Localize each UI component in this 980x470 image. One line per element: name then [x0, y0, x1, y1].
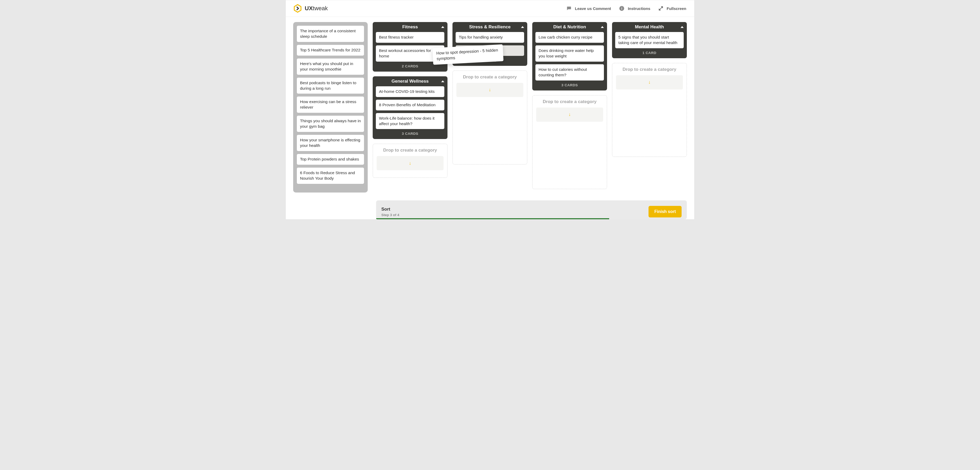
- leave-comment-button[interactable]: Leave us Comment: [566, 6, 611, 11]
- create-category-dropzone[interactable]: Drop to create a category↓: [612, 63, 687, 157]
- dropzone-label: Drop to create a category: [457, 75, 523, 80]
- card[interactable]: Best fitness tracker: [376, 32, 444, 43]
- card-label: How to spot depression - 5 hidden sympto…: [436, 48, 498, 61]
- category-count: 3 CARDS: [532, 81, 607, 91]
- card[interactable]: Work-Life balance: how does it affect yo…: [376, 113, 444, 129]
- arrow-down-icon: ↓: [409, 160, 411, 166]
- arrow-down-icon: ↓: [489, 87, 491, 92]
- collapse-icon[interactable]: [441, 80, 444, 82]
- card[interactable]: 8 Proven Benefits of Meditation: [376, 100, 444, 110]
- category-title: Stress & Resilience: [469, 24, 511, 30]
- footer-step: Step 3 of 4: [381, 213, 399, 217]
- card[interactable]: How your smartphone is effecting your he…: [297, 135, 364, 151]
- brand-name: UXtweak: [305, 5, 328, 12]
- svg-marker-0: [294, 5, 301, 12]
- fullscreen-label: Fullscreen: [667, 6, 686, 11]
- instructions-label: Instructions: [628, 6, 651, 11]
- create-category-dropzone[interactable]: Drop to create a category↓: [452, 71, 527, 164]
- instructions-button[interactable]: Instructions: [619, 5, 651, 11]
- category-header[interactable]: Fitness: [373, 22, 447, 32]
- dropzone-body[interactable]: ↓: [536, 108, 603, 122]
- board-column: Diet & NutritionLow carb chicken curry r…: [532, 22, 607, 189]
- category-title: General Wellness: [391, 79, 429, 84]
- collapse-icon[interactable]: [601, 26, 604, 28]
- arrow-down-icon: ↓: [568, 112, 571, 117]
- create-category-dropzone[interactable]: Drop to create a category↓: [532, 95, 607, 189]
- category-header[interactable]: Stress & Resilience: [452, 22, 527, 32]
- svg-rect-3: [622, 7, 622, 8]
- card[interactable]: Best podcasts to binge listen to during …: [297, 78, 364, 94]
- create-category-dropzone[interactable]: Drop to create a category↓: [373, 144, 447, 178]
- collapse-icon[interactable]: [521, 26, 524, 28]
- board-column: Stress & ResilienceTips for handling anx…: [452, 22, 527, 164]
- info-icon: [619, 5, 625, 11]
- card[interactable]: Top Protein powders and shakes: [297, 154, 364, 165]
- card[interactable]: 6 Foods to Reduce Stress and Nourish You…: [297, 168, 364, 184]
- category-count: 3 CARDS: [373, 129, 447, 139]
- unsorted-pool[interactable]: The importance of a consistent sleep sch…: [293, 22, 368, 192]
- card[interactable]: How to cut calories without counting the…: [535, 64, 604, 81]
- collapse-icon[interactable]: [681, 26, 684, 28]
- card[interactable]: The importance of a consistent sleep sch…: [297, 26, 364, 42]
- collapse-icon[interactable]: [441, 26, 444, 28]
- finish-sort-button[interactable]: Finish sort: [649, 206, 682, 218]
- category[interactable]: Mental Health5 signs that you should sta…: [612, 22, 687, 58]
- footer-bar: Sort Step 3 of 4 Finish sort: [376, 200, 687, 219]
- category-body[interactable]: At-home COVID-19 testing kits8 Proven Be…: [373, 86, 447, 129]
- category[interactable]: General WellnessAt-home COVID-19 testing…: [373, 76, 447, 139]
- card[interactable]: Here's what you should put in your morni…: [297, 59, 364, 75]
- card[interactable]: How exercising can be a stress reliever: [297, 97, 364, 113]
- arrow-down-icon: ↓: [648, 79, 651, 85]
- leave-comment-label: Leave us Comment: [575, 6, 611, 11]
- fullscreen-icon: [658, 6, 663, 11]
- category-count: 1 CARD: [612, 48, 687, 58]
- progress-bar: [376, 218, 609, 219]
- board-column: FitnessBest fitness trackerBest workout …: [373, 22, 447, 178]
- card[interactable]: At-home COVID-19 testing kits: [376, 86, 444, 97]
- svg-rect-2: [622, 8, 622, 10]
- card[interactable]: Does drinking more water help you lose w…: [535, 45, 604, 62]
- category[interactable]: Diet & NutritionLow carb chicken curry r…: [532, 22, 607, 91]
- fullscreen-button[interactable]: Fullscreen: [658, 6, 686, 11]
- brand[interactable]: UXtweak: [293, 4, 328, 13]
- dropzone-label: Drop to create a category: [616, 67, 683, 72]
- category-title: Mental Health: [635, 24, 664, 30]
- category-title: Diet & Nutrition: [553, 24, 586, 30]
- card[interactable]: Top 5 Healthcare Trends for 2022: [297, 45, 364, 56]
- category-header[interactable]: Mental Health: [612, 22, 687, 32]
- dropzone-body[interactable]: ↓: [616, 75, 683, 89]
- dropzone-body[interactable]: ↓: [377, 156, 444, 170]
- comment-icon: [566, 6, 572, 11]
- brand-logo-icon: [293, 4, 302, 13]
- category-body[interactable]: Low carb chicken curry recipeDoes drinki…: [532, 32, 607, 81]
- category-header[interactable]: General Wellness: [373, 76, 447, 86]
- dropzone-label: Drop to create a category: [377, 148, 444, 153]
- category-header[interactable]: Diet & Nutrition: [532, 22, 607, 32]
- card[interactable]: Low carb chicken curry recipe: [535, 32, 604, 43]
- card[interactable]: Tips for handling anxiety: [456, 32, 524, 43]
- dropzone-body[interactable]: ↓: [457, 83, 523, 97]
- card[interactable]: Things you should always have in your gy…: [297, 116, 364, 132]
- footer-title: Sort: [381, 207, 399, 212]
- dropzone-label: Drop to create a category: [536, 99, 603, 105]
- board-column: Mental Health5 signs that you should sta…: [612, 22, 687, 157]
- card[interactable]: 5 signs that you should start taking car…: [615, 32, 684, 48]
- category-title: Fitness: [402, 24, 418, 30]
- category-body[interactable]: 5 signs that you should start taking car…: [612, 32, 687, 48]
